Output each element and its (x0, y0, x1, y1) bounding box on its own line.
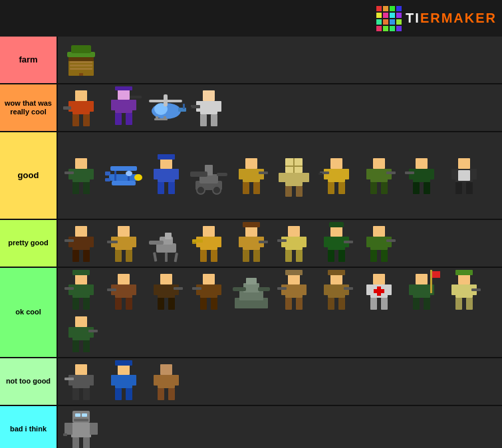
svg-rect-126 (126, 250, 132, 262)
logo-cell (396, 26, 402, 31)
svg-rect-95 (366, 169, 372, 179)
svg-rect-62 (168, 182, 175, 194)
svg-rect-80 (293, 158, 295, 173)
svg-rect-248 (75, 316, 87, 327)
svg-rect-2 (70, 61, 92, 63)
svg-rect-243 (451, 284, 457, 295)
svg-rect-30 (156, 116, 158, 120)
helicopter-svg (146, 88, 186, 128)
svg-rect-258 (88, 375, 94, 386)
svg-rect-100 (416, 158, 428, 169)
svg-rect-224 (373, 274, 385, 284)
svg-rect-173 (75, 274, 87, 284)
svg-rect-170 (370, 250, 377, 262)
svg-rect-262 (118, 364, 130, 375)
svg-rect-265 (111, 375, 116, 386)
svg-rect-242 (455, 270, 473, 275)
svg-rect-41 (72, 169, 90, 182)
svg-rect-273 (158, 388, 164, 400)
svg-rect-47 (109, 174, 138, 181)
svg-rect-234 (409, 284, 414, 295)
char-svg (233, 154, 270, 197)
tiermaker-logo: TiERMAKER (376, 6, 497, 31)
list-item (358, 223, 400, 264)
svg-rect-196 (200, 284, 217, 298)
svg-rect-167 (370, 237, 388, 250)
list-item (146, 223, 187, 264)
svg-rect-260 (83, 388, 90, 400)
list-item (316, 271, 357, 312)
svg-rect-4 (70, 68, 92, 70)
svg-rect-186 (126, 298, 132, 310)
char-svg (276, 270, 313, 313)
svg-rect-216 (330, 274, 342, 284)
svg-rect-213 (285, 298, 292, 310)
logo-cell (383, 19, 388, 25)
logo-cell (376, 26, 382, 31)
char-svg (191, 86, 227, 130)
svg-rect-28 (164, 94, 168, 106)
svg-rect-46 (64, 171, 74, 174)
logo-cell (390, 6, 395, 11)
list-item (188, 223, 229, 264)
list-item (103, 155, 144, 196)
list-item (316, 223, 357, 264)
svg-rect-160 (328, 237, 345, 250)
char-svg (106, 222, 142, 265)
logo-cell (383, 26, 388, 31)
tier-row-ok-cool: ok cool (0, 268, 502, 358)
svg-rect-163 (328, 250, 334, 262)
svg-rect-189 (158, 284, 175, 298)
char-svg (404, 270, 440, 313)
farm-svg (63, 40, 100, 80)
svg-rect-109 (458, 170, 470, 181)
svg-rect-136 (200, 237, 217, 250)
list-item (103, 361, 144, 402)
svg-rect-241 (455, 284, 473, 298)
svg-rect-32 (203, 90, 215, 101)
svg-rect-175 (72, 284, 90, 298)
logo-cell (396, 13, 402, 18)
plane-svg (104, 156, 144, 195)
svg-rect-272 (174, 375, 179, 386)
svg-rect-24 (178, 108, 186, 112)
svg-rect-21 (126, 113, 132, 125)
char-svg (276, 154, 313, 197)
svg-rect-7 (79, 73, 83, 76)
svg-rect-218 (328, 284, 345, 298)
list-item (61, 271, 102, 312)
svg-rect-132 (153, 252, 157, 261)
svg-rect-252 (72, 340, 79, 352)
logo-cell (390, 26, 395, 31)
svg-rect-212 (301, 284, 307, 295)
list-item (273, 155, 314, 196)
char-svg (276, 222, 313, 265)
svg-rect-149 (253, 250, 260, 262)
list-item (61, 39, 102, 80)
char-svg (63, 222, 100, 265)
svg-rect-38 (191, 105, 200, 108)
tier-items-farm (57, 37, 502, 83)
svg-rect-81 (285, 186, 292, 197)
list-item (231, 155, 272, 196)
list-item (231, 223, 272, 264)
list-item (358, 155, 400, 196)
svg-rect-209 (285, 270, 303, 275)
svg-rect-247 (471, 288, 481, 291)
tier-items-not-too-good (57, 358, 502, 405)
tier-items-wow (57, 84, 502, 131)
char-svg (318, 222, 355, 265)
tier-row-good: good (0, 132, 502, 220)
svg-rect-174 (72, 270, 90, 275)
svg-rect-54 (105, 178, 110, 181)
svg-rect-172 (386, 239, 396, 242)
char-svg (106, 86, 142, 130)
logo-cell (376, 19, 382, 25)
svg-rect-181 (118, 274, 130, 284)
svg-rect-119 (83, 250, 90, 262)
svg-rect-90 (338, 182, 345, 194)
svg-rect-222 (338, 298, 345, 310)
svg-rect-178 (72, 298, 79, 310)
svg-rect-177 (88, 284, 94, 295)
char-svg (63, 408, 100, 449)
